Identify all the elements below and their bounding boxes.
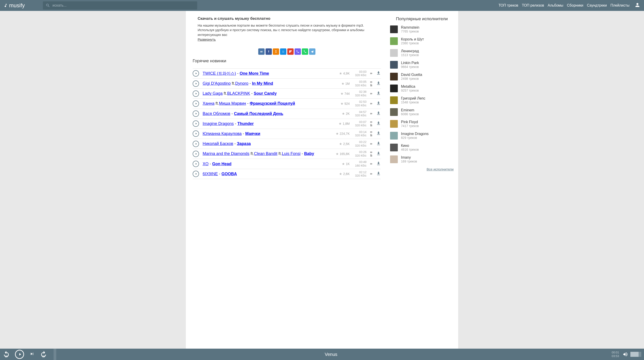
track-artist[interactable]: Юлианна Караулова bbox=[203, 131, 242, 136]
download-button[interactable] bbox=[376, 171, 381, 177]
track-artist[interactable]: TWICE (트와이스) bbox=[203, 71, 236, 76]
track-artist[interactable]: Ханна bbox=[203, 101, 214, 106]
expand-link[interactable]: Развернуть bbox=[198, 38, 216, 41]
forward-button[interactable]: 10 bbox=[40, 351, 47, 358]
track-artist[interactable]: 6IX9INE bbox=[203, 171, 218, 176]
track-feat[interactable]: BLACKPINK bbox=[227, 91, 250, 96]
track-rating[interactable]: 744 bbox=[340, 92, 350, 95]
track-rating[interactable]: 2,5K bbox=[339, 142, 350, 146]
track-artist[interactable]: XO bbox=[203, 161, 208, 166]
artist-row[interactable]: David Guetta2498 треков bbox=[390, 73, 454, 80]
progress-area[interactable]: Venus bbox=[54, 349, 608, 360]
share-telegram[interactable] bbox=[309, 48, 316, 55]
download-button[interactable] bbox=[376, 161, 381, 167]
nav-soundtracks[interactable]: Саундтреки bbox=[586, 3, 608, 9]
share-moimir[interactable] bbox=[280, 48, 286, 55]
track-play-button[interactable] bbox=[193, 110, 199, 117]
artist-row[interactable]: Metallica9257 треков bbox=[390, 85, 454, 92]
track-title[interactable]: Thunder bbox=[237, 121, 254, 126]
share-viber[interactable] bbox=[294, 48, 301, 55]
video-icon[interactable] bbox=[370, 72, 373, 75]
video-icon[interactable] bbox=[370, 112, 373, 115]
track-rating[interactable]: 1K bbox=[342, 162, 350, 166]
track-artist[interactable]: Lady Gaga bbox=[203, 91, 222, 96]
download-button[interactable] bbox=[376, 131, 381, 137]
track-rating[interactable]: 1,8M bbox=[338, 122, 350, 125]
artist-row[interactable]: Imagine Dragons829 треков bbox=[390, 132, 454, 139]
track-rating[interactable]: 224,7K bbox=[336, 132, 350, 135]
artist-row[interactable]: Rammstein7765 треков bbox=[390, 26, 454, 33]
share-flipboard[interactable] bbox=[287, 48, 294, 55]
track-rating[interactable]: 924 bbox=[340, 102, 350, 105]
download-button[interactable] bbox=[376, 121, 381, 127]
rewind-button[interactable]: 10 bbox=[3, 351, 10, 358]
track-artist[interactable]: Gigi D'Agostino bbox=[203, 81, 231, 86]
track-play-button[interactable] bbox=[193, 90, 199, 97]
video-icon[interactable] bbox=[370, 131, 373, 133]
track-title[interactable]: Маячки bbox=[245, 131, 260, 136]
artist-row[interactable]: Pink Floyd7417 треков bbox=[390, 120, 454, 128]
artist-row[interactable]: Ленинград1513 треков bbox=[390, 49, 454, 57]
nav-albums[interactable]: Альбомы bbox=[547, 3, 564, 9]
video-icon[interactable] bbox=[370, 121, 373, 123]
artist-row[interactable]: Eminem6086 треков bbox=[390, 108, 454, 116]
track-play-button[interactable] bbox=[193, 151, 199, 157]
nav-top-releases[interactable]: ТОП релизов bbox=[521, 3, 545, 9]
nav-compilations[interactable]: Сборники bbox=[566, 3, 584, 9]
track-play-button[interactable] bbox=[193, 80, 199, 87]
track-play-button[interactable] bbox=[193, 120, 199, 127]
track-title[interactable]: Sour Candy bbox=[254, 91, 276, 96]
search-input[interactable] bbox=[52, 4, 194, 8]
track-feat[interactable]: Dynoro bbox=[235, 81, 248, 86]
track-title[interactable]: GOOBA bbox=[222, 171, 237, 176]
download-button[interactable] bbox=[376, 111, 381, 117]
track-title[interactable]: Французский Поцелуй bbox=[250, 101, 295, 106]
track-play-button[interactable] bbox=[193, 171, 199, 177]
volume-icon[interactable] bbox=[622, 351, 628, 357]
download-button[interactable] bbox=[376, 91, 381, 97]
play-button[interactable] bbox=[15, 350, 24, 359]
track-feat[interactable]: Clean Bandit bbox=[254, 151, 277, 156]
track-title[interactable]: In My Mind bbox=[252, 81, 273, 86]
artist-row[interactable]: Король и Шут2380 треков bbox=[390, 37, 454, 45]
download-button[interactable] bbox=[376, 101, 381, 107]
track-play-button[interactable] bbox=[193, 70, 199, 77]
share-fb[interactable]: f bbox=[266, 48, 272, 55]
video-icon[interactable] bbox=[370, 162, 373, 165]
artist-row[interactable]: Imany169 треков bbox=[390, 155, 454, 163]
nav-top-tracks[interactable]: ТОП треков bbox=[498, 3, 519, 9]
download-button[interactable] bbox=[376, 81, 381, 87]
video-icon[interactable] bbox=[370, 151, 373, 154]
download-button[interactable] bbox=[376, 141, 381, 147]
track-play-button[interactable] bbox=[193, 161, 199, 167]
volume-bar[interactable] bbox=[630, 352, 641, 357]
video-icon[interactable] bbox=[370, 92, 373, 95]
artist-row[interactable]: Григорий Лепс1548 треков bbox=[390, 96, 454, 104]
track-play-button[interactable] bbox=[193, 141, 199, 147]
track-title[interactable]: Gon Head bbox=[212, 161, 232, 166]
track-rating[interactable]: 165,8K bbox=[336, 152, 350, 156]
track-feat[interactable]: Luis Fonsi bbox=[282, 151, 300, 156]
track-title[interactable]: Baby bbox=[304, 151, 314, 156]
logo[interactable]: musify bbox=[4, 2, 25, 9]
download-button[interactable] bbox=[376, 70, 381, 76]
nav-playlists[interactable]: Плейлисты bbox=[610, 3, 630, 9]
share-ok[interactable] bbox=[273, 48, 279, 55]
track-artist[interactable]: Imagine Dragons bbox=[203, 121, 234, 126]
search-box[interactable] bbox=[43, 1, 197, 10]
video-icon[interactable] bbox=[370, 102, 373, 105]
track-rating[interactable]: 1М bbox=[341, 82, 350, 85]
video-icon[interactable] bbox=[370, 81, 373, 83]
share-vk[interactable]: w bbox=[258, 48, 264, 55]
share-whatsapp[interactable] bbox=[302, 48, 308, 55]
track-title[interactable]: Зараза bbox=[237, 141, 251, 146]
track-rating[interactable]: 2K bbox=[342, 112, 350, 115]
video-icon[interactable] bbox=[370, 142, 373, 145]
track-artist[interactable]: Вася Обломов bbox=[203, 111, 230, 116]
all-artists-link[interactable]: Все исполнители bbox=[390, 167, 454, 171]
track-feat[interactable]: Миша Марвин bbox=[219, 101, 246, 106]
next-button[interactable] bbox=[29, 351, 35, 357]
track-play-button[interactable] bbox=[193, 100, 199, 107]
track-title[interactable]: Самый Последний День bbox=[234, 111, 283, 116]
artist-row[interactable]: Linkin Park9664 треков bbox=[390, 61, 454, 69]
